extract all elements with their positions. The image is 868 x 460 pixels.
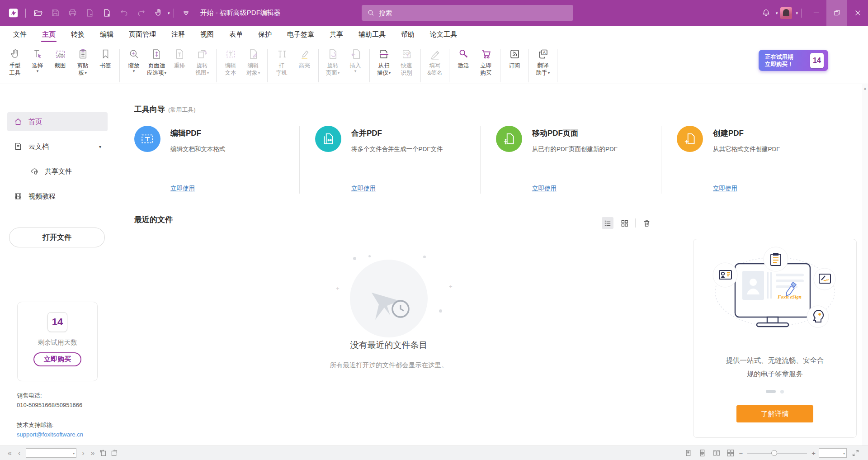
prev-page-button[interactable]: ‹ (18, 450, 20, 457)
list-view-button[interactable] (602, 217, 613, 229)
menu-tab-help[interactable]: 帮助 (393, 26, 422, 44)
open-file-icon[interactable] (31, 6, 45, 20)
ribbon-bookmark[interactable]: 书签 (94, 47, 117, 69)
zoom-slider[interactable] (747, 453, 807, 454)
sidebar-item-shared-files[interactable]: 共享文件 (24, 162, 111, 181)
ribbon-hand-tool[interactable]: 手型 工具 (4, 47, 26, 76)
subscribe-icon (509, 48, 521, 60)
ribbon-reflow: 重排 (168, 47, 191, 69)
tool-card-create-pdf[interactable]: 创建PDF 从其它格式文件创建PDF 立即使用 (661, 126, 842, 194)
menu-bar: 文件 主页 转换 编辑 页面管理 注释 视图 表单 保护 电子签章 共享 辅助工… (0, 26, 868, 44)
ribbon-clipboard[interactable]: 剪贴 板▾ (71, 47, 94, 76)
zoom-level-box[interactable]: ▾ (819, 448, 847, 458)
menu-tab-esign[interactable]: 电子签章 (279, 26, 322, 44)
use-now-link[interactable]: 立即使用 (713, 185, 737, 193)
minimize-button[interactable] (806, 0, 826, 26)
ribbon-select[interactable]: 选择▾ (26, 47, 49, 73)
ribbon-page-fit-options[interactable]: 页面适 应选项▾ (145, 47, 168, 76)
ribbon-zoom[interactable]: 缩放▾ (123, 47, 145, 73)
vertical-scrollbar[interactable]: ▲ (862, 84, 868, 446)
menu-tab-accessibility[interactable]: 辅助工具 (351, 26, 393, 44)
sidebar-item-label: 云文档 (28, 142, 49, 151)
restore-window-button[interactable] (826, 0, 847, 26)
learn-more-button[interactable]: 了解详情 (736, 405, 813, 422)
continuous-facing-view-button[interactable] (725, 448, 736, 459)
menu-tab-home[interactable]: 主页 (34, 26, 63, 44)
next-view-button[interactable] (108, 448, 119, 459)
ribbon-snapshot[interactable]: 截图 (49, 47, 71, 69)
menu-tab-protect[interactable]: 保护 (250, 26, 279, 44)
sidebar-item-label: 视频教程 (28, 192, 56, 201)
zoom-dropdown-caret-icon[interactable]: ▾ (843, 451, 845, 455)
open-file-button[interactable]: 打开文件 (9, 228, 105, 247)
page-dropdown-caret-icon[interactable]: ▾ (73, 451, 75, 455)
tool-card-desc: 从已有的PDF页面创建新的PDF (532, 145, 661, 153)
notifications-caret-icon[interactable]: ▾ (776, 11, 778, 15)
tool-card-merge-pdf[interactable]: 合并PDF 将多个文件合并生成一个PDF文件 立即使用 (299, 126, 480, 194)
close-button[interactable] (847, 0, 868, 26)
ribbon-subscribe[interactable]: 订阅 (503, 47, 526, 69)
account-caret-icon[interactable]: ▾ (796, 11, 798, 15)
continuous-view-button[interactable] (697, 448, 708, 459)
zoom-out-button[interactable]: − (739, 449, 743, 457)
ribbon-separator (528, 49, 529, 82)
undo-icon (117, 6, 131, 20)
collapse-ribbon-icon[interactable] (179, 6, 193, 20)
create-pdf-icon[interactable] (99, 6, 114, 20)
next-page-button[interactable]: › (82, 450, 84, 457)
menu-tab-edit[interactable]: 编辑 (92, 26, 121, 44)
zoom-level-input[interactable] (819, 449, 846, 458)
single-page-view-button[interactable] (683, 448, 693, 459)
tool-card-desc: 编辑文档和文本格式 (170, 145, 299, 153)
menu-tab-file[interactable]: 文件 (5, 26, 34, 44)
menu-tab-share[interactable]: 共享 (322, 26, 351, 44)
first-page-button[interactable]: « (8, 450, 12, 457)
hand-tool-quick-icon[interactable] (151, 6, 165, 20)
menu-tab-view[interactable]: 视图 (193, 26, 222, 44)
facing-view-button[interactable] (711, 448, 722, 459)
fit-screen-button[interactable] (850, 448, 861, 459)
hand-tool-caret-icon[interactable]: ▾ (168, 11, 170, 15)
last-page-button[interactable]: » (91, 450, 95, 457)
expand-caret-icon[interactable]: ▾ (99, 144, 101, 149)
tool-card-edit-pdf[interactable]: 编辑PDF 编辑文档和文本格式 立即使用 (134, 126, 299, 194)
menu-tab-organize[interactable]: 页面管理 (121, 26, 164, 44)
menu-tab-form[interactable]: 表单 (222, 26, 250, 44)
page-number-box[interactable]: ▾ (26, 448, 76, 458)
sidebar-item-cloud-docs[interactable]: 云文档 ▾ (7, 137, 108, 156)
grid-view-button[interactable] (618, 217, 630, 229)
ribbon-translate-assistant[interactable]: A 翻译 助手▾ (532, 47, 554, 76)
ribbon-buy-now[interactable]: 立即 购买 (475, 47, 497, 76)
window-title: 开始 - 福昕高级PDF编辑器 (200, 9, 281, 17)
carousel-dot-active[interactable] (766, 390, 776, 393)
support-email-link[interactable]: support@foxitsoftware.cn (17, 430, 83, 439)
search-input[interactable] (379, 9, 568, 17)
search-box[interactable] (362, 5, 573, 21)
carousel-dot[interactable] (780, 390, 784, 394)
previous-view-button[interactable] (98, 448, 108, 459)
sidebar-item-home[interactable]: 首页 (7, 112, 108, 131)
page-number-input[interactable] (26, 449, 76, 458)
single-page-view-icon (684, 449, 692, 457)
menu-tab-convert[interactable]: 转换 (63, 26, 92, 44)
trial-banner[interactable]: 正在试用期 立即购买！ 14 (759, 50, 828, 71)
use-now-link[interactable]: 立即使用 (532, 185, 557, 193)
clear-recent-button[interactable] (641, 217, 652, 229)
tool-card-title: 合并PDF (351, 128, 480, 138)
scrollbar-up-arrow[interactable]: ▲ (862, 84, 868, 90)
menu-tab-comment[interactable]: 注释 (164, 26, 193, 44)
menu-tab-paper-tools[interactable]: 论文工具 (422, 26, 465, 44)
tool-card-move-pdf-pages[interactable]: 移动PDF页面 从已有的PDF页面创建新的PDF 立即使用 (480, 126, 661, 194)
ribbon-activate[interactable]: 激活 (452, 47, 475, 69)
notifications-bell-icon[interactable] (759, 6, 774, 20)
use-now-link[interactable]: 立即使用 (351, 185, 376, 193)
zoom-in-button[interactable]: + (811, 449, 816, 457)
user-avatar[interactable] (779, 6, 793, 20)
sidebar-item-video-tutorials[interactable]: 视频教程 (7, 187, 108, 206)
zoom-slider-handle[interactable] (771, 450, 777, 456)
move-pdf-pages-icon (496, 126, 522, 152)
trial-days-label: 剩余试用天数 (18, 338, 97, 347)
buy-now-button[interactable]: 立即购买 (33, 352, 81, 366)
use-now-link[interactable]: 立即使用 (170, 185, 195, 193)
ribbon-from-scanner[interactable]: 从扫 描仪▾ (373, 47, 395, 76)
